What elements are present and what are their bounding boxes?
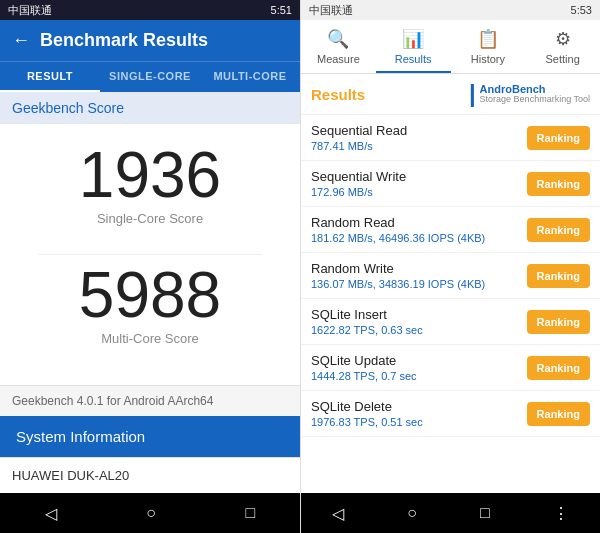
right-panel: 中国联通 5:53 🔍 Measure 📊 Results 📋 History …: [300, 0, 600, 533]
ranking-button-5[interactable]: Ranking: [527, 356, 590, 380]
system-info-button[interactable]: System Information: [0, 416, 300, 457]
time-right: 5:53: [571, 4, 592, 16]
ranking-button-1[interactable]: Ranking: [527, 172, 590, 196]
nav-results[interactable]: 📊 Results: [376, 20, 451, 73]
benchmark-row-5: SQLite Update 1444.28 TPS, 0.7 sec Ranki…: [301, 345, 600, 391]
benchmark-info-0: Sequential Read 787.41 MB/s: [311, 123, 527, 152]
results-icon: 📊: [402, 28, 424, 50]
nav-setting[interactable]: ⚙ Setting: [525, 20, 600, 73]
benchmark-name-1: Sequential Write: [311, 169, 527, 184]
nav-measure-label: Measure: [317, 53, 360, 65]
page-title: Benchmark Results: [40, 30, 208, 51]
ranking-button-0[interactable]: Ranking: [527, 126, 590, 150]
ranking-button-3[interactable]: Ranking: [527, 264, 590, 288]
benchmark-row-2: Random Read 181.62 MB/s, 46496.36 IOPS (…: [301, 207, 600, 253]
tab-multi-core[interactable]: MULTI-CORE: [200, 62, 300, 92]
version-text: Geekbench 4.0.1 for Android AArch64: [0, 385, 300, 416]
setting-icon: ⚙: [555, 28, 571, 50]
benchmark-info-6: SQLite Delete 1976.83 TPS, 0.51 sec: [311, 399, 527, 428]
benchmark-value-5: 1444.28 TPS, 0.7 sec: [311, 370, 527, 382]
nav-home-left[interactable]: ○: [146, 504, 156, 522]
androbench-logo: | AndroBench Storage Benchmarking Tool: [469, 80, 590, 108]
ranking-button-2[interactable]: Ranking: [527, 218, 590, 242]
multi-core-label: Multi-Core Score: [101, 331, 199, 346]
nav-recent-right[interactable]: □: [480, 504, 490, 522]
tabs-row: RESULT SINGLE-CORE MULTI-CORE: [0, 61, 300, 92]
ranking-button-6[interactable]: Ranking: [527, 402, 590, 426]
nav-results-label: Results: [395, 53, 432, 65]
benchmark-row-3: Random Write 136.07 MB/s, 34836.19 IOPS …: [301, 253, 600, 299]
status-bar-right: 中国联通 5:53: [301, 0, 600, 20]
nav-more-right[interactable]: ⋮: [553, 504, 569, 523]
single-core-score: 1936: [79, 143, 221, 207]
history-icon: 📋: [477, 28, 499, 50]
logo-bench-text: Storage Benchmarking Tool: [480, 95, 590, 105]
benchmark-name-0: Sequential Read: [311, 123, 527, 138]
benchmark-row-4: SQLite Insert 1622.82 TPS, 0.63 sec Rank…: [301, 299, 600, 345]
nav-history[interactable]: 📋 History: [451, 20, 526, 73]
benchmark-value-2: 181.62 MB/s, 46496.36 IOPS (4KB): [311, 232, 527, 244]
nav-measure[interactable]: 🔍 Measure: [301, 20, 376, 73]
back-button[interactable]: ←: [12, 30, 30, 51]
results-header: Results | AndroBench Storage Benchmarkin…: [301, 74, 600, 115]
benchmark-info-1: Sequential Write 172.96 MB/s: [311, 169, 527, 198]
carrier-right: 中国联通: [309, 3, 353, 18]
nav-back-right[interactable]: ◁: [332, 504, 344, 523]
left-panel: 中国联通 5:51 ← Benchmark Results RESULT SIN…: [0, 0, 300, 533]
benchmark-name-4: SQLite Insert: [311, 307, 527, 322]
benchmark-value-6: 1976.83 TPS, 0.51 sec: [311, 416, 527, 428]
benchmark-name-2: Random Read: [311, 215, 527, 230]
results-title: Results: [311, 86, 365, 103]
benchmark-row-6: SQLite Delete 1976.83 TPS, 0.51 sec Rank…: [301, 391, 600, 437]
logo-bracket-icon: |: [469, 80, 476, 108]
logo-text: AndroBench Storage Benchmarking Tool: [480, 83, 590, 105]
time-left: 5:51: [271, 4, 292, 16]
nav-bar-right: ◁ ○ □ ⋮: [301, 493, 600, 533]
benchmark-value-3: 136.07 MB/s, 34836.19 IOPS (4KB): [311, 278, 527, 290]
single-core-label: Single-Core Score: [97, 211, 203, 226]
benchmark-name-3: Random Write: [311, 261, 527, 276]
carrier-left: 中国联通: [8, 3, 52, 18]
measure-icon: 🔍: [327, 28, 349, 50]
device-name: HUAWEI DUK-AL20: [0, 457, 300, 493]
benchmark-info-4: SQLite Insert 1622.82 TPS, 0.63 sec: [311, 307, 527, 336]
score-divider: [38, 254, 262, 255]
benchmark-value-4: 1622.82 TPS, 0.63 sec: [311, 324, 527, 336]
nav-setting-label: Setting: [546, 53, 580, 65]
benchmark-row-1: Sequential Write 172.96 MB/s Ranking: [301, 161, 600, 207]
top-nav: 🔍 Measure 📊 Results 📋 History ⚙ Setting: [301, 20, 600, 74]
benchmark-info-5: SQLite Update 1444.28 TPS, 0.7 sec: [311, 353, 527, 382]
status-bar-left: 中国联通 5:51: [0, 0, 300, 20]
benchmark-value-0: 787.41 MB/s: [311, 140, 527, 152]
scores-area: 1936 Single-Core Score 5988 Multi-Core S…: [0, 124, 300, 385]
benchmark-name-5: SQLite Update: [311, 353, 527, 368]
benchmark-value-1: 172.96 MB/s: [311, 186, 527, 198]
header-left: ← Benchmark Results: [0, 20, 300, 61]
benchmark-list: Sequential Read 787.41 MB/s Ranking Sequ…: [301, 115, 600, 493]
nav-recent-left[interactable]: □: [246, 504, 256, 522]
benchmark-info-3: Random Write 136.07 MB/s, 34836.19 IOPS …: [311, 261, 527, 290]
tab-result[interactable]: RESULT: [0, 62, 100, 92]
section-header: Geekbench Score: [0, 92, 300, 124]
benchmark-info-2: Random Read 181.62 MB/s, 46496.36 IOPS (…: [311, 215, 527, 244]
benchmark-row-0: Sequential Read 787.41 MB/s Ranking: [301, 115, 600, 161]
multi-core-score: 5988: [79, 263, 221, 327]
nav-home-right[interactable]: ○: [407, 504, 417, 522]
ranking-button-4[interactable]: Ranking: [527, 310, 590, 334]
nav-history-label: History: [471, 53, 505, 65]
nav-bar-left: ◁ ○ □: [0, 493, 300, 533]
nav-back-left[interactable]: ◁: [45, 504, 57, 523]
tab-single-core[interactable]: SINGLE-CORE: [100, 62, 200, 92]
benchmark-name-6: SQLite Delete: [311, 399, 527, 414]
